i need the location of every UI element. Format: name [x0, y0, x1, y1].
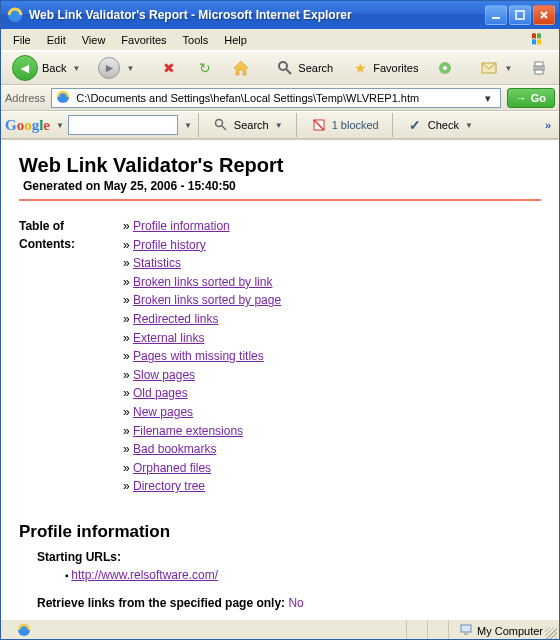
status-bar: My Computer [1, 619, 559, 640]
toc-link[interactable]: Redirected links [133, 312, 218, 326]
toc-link[interactable]: Bad bookmarks [133, 442, 216, 456]
toc-item: » Profile history [123, 236, 281, 255]
print-button[interactable] [523, 55, 555, 81]
chevron-down-icon[interactable]: ▼ [56, 121, 64, 130]
search-label: Search [298, 62, 333, 74]
svg-rect-2 [516, 11, 524, 19]
ie-icon [7, 7, 23, 23]
windows-flag-icon [527, 30, 555, 50]
google-search-button[interactable]: Search ▼ [205, 112, 290, 138]
stop-button[interactable]: ✖ [153, 55, 185, 81]
go-button[interactable]: → Go [507, 88, 555, 108]
google-toolbar: Google ▼ ▼ Search ▼ 1 blocked ✓ Check ▼ … [1, 111, 559, 139]
toc-item: » Pages with missing titles [123, 347, 281, 366]
toc-link[interactable]: Slow pages [133, 368, 195, 382]
toc-item: » Broken links sorted by page [123, 291, 281, 310]
profile-information-heading: Profile information [19, 522, 541, 542]
address-dropdown[interactable]: ▾ [480, 92, 496, 105]
starting-url-link[interactable]: http://www.relsoftware.com/ [71, 568, 218, 582]
back-button[interactable]: ◄ Back ▼ [5, 55, 87, 81]
search-icon [212, 116, 230, 134]
chevron-down-icon: ▼ [72, 64, 80, 73]
stop-icon: ✖ [160, 59, 178, 77]
starting-url-item: http://www.relsoftware.com/ [65, 568, 541, 582]
close-button[interactable] [533, 5, 555, 25]
menu-file[interactable]: File [5, 32, 39, 48]
chevron-down-icon: ▼ [465, 121, 473, 130]
svg-rect-22 [464, 633, 468, 635]
toc-list: » Profile information » Profile history … [123, 217, 281, 496]
spellcheck-icon: ✓ [406, 116, 424, 134]
media-icon [436, 59, 454, 77]
toc-link[interactable]: Directory tree [133, 479, 205, 493]
toc-link[interactable]: Pages with missing titles [133, 349, 264, 363]
divider [19, 199, 541, 201]
toc-link[interactable]: Broken links sorted by link [133, 275, 272, 289]
popup-blocked-label: 1 blocked [332, 119, 379, 131]
google-search-input[interactable] [68, 115, 178, 135]
search-button[interactable]: Search [269, 55, 340, 81]
maximize-button[interactable] [509, 5, 531, 25]
retrieve-label: Retrieve links from the specified page o… [37, 596, 285, 610]
spellcheck-label: Check [428, 119, 459, 131]
popup-blocked-icon [310, 116, 328, 134]
menu-view[interactable]: View [74, 32, 114, 48]
back-label: Back [42, 62, 66, 74]
status-zone-pane: My Computer [448, 620, 553, 640]
page-content[interactable]: Web Link Validator's Report Generated on… [1, 139, 559, 619]
separator [392, 113, 393, 137]
refresh-button[interactable]: ↻ [189, 55, 221, 81]
toc-item: » External links [123, 329, 281, 348]
page-status-icon [17, 623, 31, 639]
menu-tools[interactable]: Tools [175, 32, 217, 48]
window-controls [485, 5, 555, 25]
toc-link[interactable]: Filename extensions [133, 424, 243, 438]
toc-item: » Directory tree [123, 477, 281, 496]
svg-point-3 [279, 62, 287, 70]
toc-link[interactable]: Statistics [133, 256, 181, 270]
minimize-button[interactable] [485, 5, 507, 25]
menu-edit[interactable]: Edit [39, 32, 74, 48]
toc-link[interactable]: Broken links sorted by page [133, 293, 281, 307]
toc-link[interactable]: Profile history [133, 238, 206, 252]
favorites-button[interactable]: ★ Favorites [344, 55, 425, 81]
toc-item: » Orphaned files [123, 459, 281, 478]
window-titlebar: Web Link Validator's Report - Microsoft … [1, 1, 559, 29]
popup-blocked-button[interactable]: 1 blocked [303, 112, 386, 138]
svg-rect-10 [535, 70, 543, 74]
chevron-down-icon[interactable]: ▼ [184, 121, 192, 130]
home-icon [232, 59, 250, 77]
toc-item: » Redirected links [123, 310, 281, 329]
separator [198, 113, 199, 137]
toc-item: » Old pages [123, 384, 281, 403]
retrieve-line: Retrieve links from the specified page o… [37, 596, 541, 610]
google-more-button[interactable]: » [541, 119, 555, 131]
chevron-down-icon: ▼ [504, 64, 512, 73]
print-icon [530, 59, 548, 77]
resize-grip[interactable] [545, 627, 557, 639]
menu-help[interactable]: Help [216, 32, 255, 48]
toc-link[interactable]: Orphaned files [133, 461, 211, 475]
go-label: Go [531, 92, 546, 104]
toc-link[interactable]: New pages [133, 405, 193, 419]
toc-item: » Bad bookmarks [123, 440, 281, 459]
toc-link[interactable]: Old pages [133, 386, 188, 400]
svg-rect-1 [492, 17, 500, 19]
menu-favorites[interactable]: Favorites [113, 32, 174, 48]
mail-button[interactable]: ▼ [473, 55, 519, 81]
svg-point-16 [215, 120, 222, 127]
home-button[interactable] [225, 55, 257, 81]
status-zone-label: My Computer [477, 625, 543, 637]
toc-link[interactable]: External links [133, 331, 204, 345]
forward-button[interactable]: ► ▼ [91, 55, 141, 81]
media-button[interactable] [429, 55, 461, 81]
spellcheck-button[interactable]: ✓ Check ▼ [399, 112, 480, 138]
toc-heading: Table of Contents: [19, 217, 99, 496]
google-logo[interactable]: Google [5, 117, 50, 134]
address-bar: Address ▾ → Go [1, 85, 559, 111]
address-input[interactable] [74, 91, 475, 105]
toc-link[interactable]: Profile information [133, 219, 230, 233]
back-arrow-icon: ◄ [12, 55, 38, 81]
address-field-container: ▾ [51, 88, 500, 108]
refresh-icon: ↻ [196, 59, 214, 77]
